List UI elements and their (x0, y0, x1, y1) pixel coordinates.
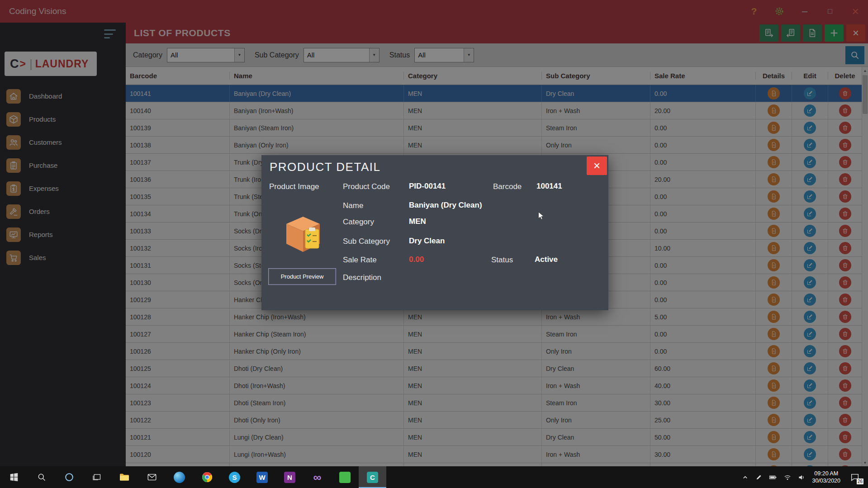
salerate-value: 0.00 (409, 255, 424, 264)
clock-date: 30/03/2020 (812, 477, 840, 484)
chrome-icon[interactable] (193, 466, 221, 488)
taskbar: S W N ∞ C 09:20 AM 30/03/2020 (0, 466, 868, 488)
clock-time: 09:20 AM (812, 470, 840, 477)
status-label: Status (491, 256, 513, 265)
start-icon[interactable] (0, 466, 28, 488)
product-code-value: PID-00141 (409, 182, 446, 191)
subcategory-label: Sub Category (343, 237, 390, 246)
screen: Coding Visions ? – □ × C > | LAUNDRY (0, 0, 868, 488)
cortana-icon[interactable] (55, 466, 83, 488)
name-label: Name (343, 201, 363, 210)
barcode-label: Barcode (493, 182, 522, 191)
description-label: Description (343, 273, 381, 282)
barcode-value: 100141 (536, 182, 562, 191)
product-image-label: Product Image (269, 182, 319, 191)
network-icon[interactable] (784, 474, 791, 481)
battery-icon[interactable] (769, 474, 777, 481)
sticky-notes-icon[interactable] (331, 466, 359, 488)
product-box-icon (278, 208, 328, 258)
product-image (278, 208, 328, 258)
category-label: Category (343, 218, 374, 227)
file-explorer-icon[interactable] (110, 466, 138, 488)
tray-expand-icon[interactable] (742, 474, 749, 481)
clock[interactable]: 09:20 AM 30/03/2020 (812, 470, 840, 485)
mail-icon[interactable] (138, 466, 166, 488)
product-preview-button[interactable]: Product Preview (268, 268, 336, 285)
modal-title: PRODUCT DETAIL (270, 160, 380, 174)
skype-icon[interactable]: S (221, 466, 248, 488)
mouse-cursor (536, 211, 546, 221)
category-value: MEN (409, 217, 426, 226)
edge-icon[interactable] (166, 466, 193, 488)
taskbar-search-icon[interactable] (28, 466, 55, 488)
pen-icon[interactable] (755, 474, 762, 481)
visual-studio-icon[interactable]: ∞ (304, 466, 331, 488)
product-code-label: Product Code (343, 182, 390, 191)
subcategory-value: Dry Clean (409, 237, 445, 246)
word-icon[interactable]: W (248, 466, 276, 488)
status-value: Active (535, 255, 558, 264)
salerate-label: Sale Rate (343, 256, 377, 265)
onenote-icon[interactable]: N (276, 466, 304, 488)
product-detail-modal: PRODUCT DETAIL × Product Image Product C… (261, 155, 608, 310)
name-value: Baniyan (Dry Clean) (409, 201, 482, 210)
task-view-icon[interactable] (83, 466, 110, 488)
volume-icon[interactable] (798, 474, 805, 481)
notifications-button[interactable]: 26 (847, 469, 863, 485)
notification-badge: 26 (857, 479, 863, 484)
system-tray: 09:20 AM 30/03/2020 26 (742, 466, 868, 488)
laundry-app-icon[interactable]: C (359, 466, 386, 488)
modal-close-button[interactable]: × (587, 156, 607, 175)
